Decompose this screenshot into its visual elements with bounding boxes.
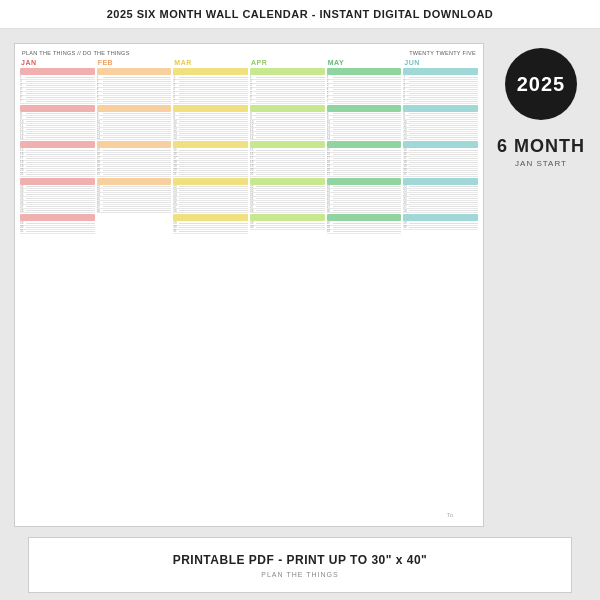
day-line bbox=[409, 101, 478, 102]
week-block: 891011121314 bbox=[20, 105, 95, 141]
day-row: 31 bbox=[173, 230, 248, 234]
day-line bbox=[103, 117, 172, 118]
day-line bbox=[256, 121, 325, 122]
day-line bbox=[179, 113, 248, 114]
day-line bbox=[409, 117, 478, 118]
day-row: 21 bbox=[250, 173, 325, 177]
week-header bbox=[327, 141, 402, 148]
day-line bbox=[256, 223, 325, 224]
year-badge: 2025 bbox=[505, 48, 577, 120]
day-line bbox=[26, 101, 95, 102]
day-line bbox=[103, 186, 172, 187]
day-line bbox=[333, 125, 402, 126]
week-block: 1234567 bbox=[20, 68, 95, 104]
day-line bbox=[256, 170, 325, 171]
month-count: 6 MONTH bbox=[497, 136, 585, 157]
month-label-may: MAY bbox=[327, 59, 402, 66]
day-line bbox=[256, 77, 325, 78]
day-line bbox=[179, 158, 248, 159]
day-line bbox=[26, 158, 95, 159]
week-header bbox=[97, 178, 172, 185]
day-line bbox=[256, 198, 325, 199]
day-line bbox=[256, 101, 325, 102]
week-header bbox=[20, 68, 95, 75]
week-header bbox=[20, 141, 95, 148]
day-line bbox=[103, 154, 172, 155]
day-line bbox=[103, 198, 172, 199]
day-row: 7 bbox=[403, 100, 478, 104]
week-block: 1234567 bbox=[173, 68, 248, 104]
day-line bbox=[333, 194, 402, 195]
day-line bbox=[333, 162, 402, 163]
week-block: 2930 bbox=[250, 214, 325, 230]
day-line bbox=[103, 81, 172, 82]
day-line bbox=[333, 150, 402, 151]
day-line bbox=[103, 190, 172, 191]
print-info: PRINTABLE PDF - PRINT UP TO 30" x 40" bbox=[173, 553, 428, 567]
day-line bbox=[103, 170, 172, 171]
day-line bbox=[179, 162, 248, 163]
day-line bbox=[26, 227, 95, 228]
day-row: 14 bbox=[403, 136, 478, 140]
week-header bbox=[20, 178, 95, 185]
day-line bbox=[103, 121, 172, 122]
week-header bbox=[97, 68, 172, 75]
day-row: 31 bbox=[327, 230, 402, 234]
week-header bbox=[173, 178, 248, 185]
week-block: 22232425262728 bbox=[327, 178, 402, 214]
day-row: 7 bbox=[97, 100, 172, 104]
day-line bbox=[26, 206, 95, 207]
day-line bbox=[333, 129, 402, 130]
day-line bbox=[179, 170, 248, 171]
day-line bbox=[409, 166, 478, 167]
day-line bbox=[256, 93, 325, 94]
week-header bbox=[403, 141, 478, 148]
week-block: 15161718192021 bbox=[173, 141, 248, 177]
day-row: 28 bbox=[20, 209, 95, 213]
cal-header-left: PLAN THE THINGS // DO THE THINGS bbox=[22, 50, 130, 56]
day-line bbox=[103, 129, 172, 130]
day-line bbox=[409, 170, 478, 171]
week-block: 293031 bbox=[20, 214, 95, 234]
week-block: 22232425262728 bbox=[250, 178, 325, 214]
week-header bbox=[173, 105, 248, 112]
day-line bbox=[409, 190, 478, 191]
day-line bbox=[333, 223, 402, 224]
day-row: 28 bbox=[250, 209, 325, 213]
day-line bbox=[409, 150, 478, 151]
day-line bbox=[409, 162, 478, 163]
week-block: 22232425262728 bbox=[97, 178, 172, 214]
page-title: 2025 SIX MONTH WALL CALENDAR - INSTANT D… bbox=[107, 8, 494, 20]
day-line bbox=[409, 121, 478, 122]
week-block: 891011121314 bbox=[250, 105, 325, 141]
week-header bbox=[327, 105, 402, 112]
week-block: 15161718192021 bbox=[327, 141, 402, 177]
day-line bbox=[409, 137, 478, 138]
day-line bbox=[333, 81, 402, 82]
day-row: 21 bbox=[173, 173, 248, 177]
day-line bbox=[333, 121, 402, 122]
day-line bbox=[333, 174, 402, 175]
month-col-mar: MAR1234567891011121314151617181920212223… bbox=[173, 59, 248, 235]
week-header bbox=[250, 178, 325, 185]
week-header bbox=[403, 68, 478, 75]
day-line bbox=[333, 77, 402, 78]
week-block: 293031 bbox=[327, 214, 402, 234]
week-block: 1234567 bbox=[403, 68, 478, 104]
week-header bbox=[403, 105, 478, 112]
week-block: 15161718192021 bbox=[250, 141, 325, 177]
day-line bbox=[256, 125, 325, 126]
week-block: 22232425262728 bbox=[403, 178, 478, 214]
day-line bbox=[103, 174, 172, 175]
day-row: 7 bbox=[250, 100, 325, 104]
week-header bbox=[173, 141, 248, 148]
day-line bbox=[333, 206, 402, 207]
day-row: 14 bbox=[173, 136, 248, 140]
week-block: 15161718192021 bbox=[403, 141, 478, 177]
day-line bbox=[179, 174, 248, 175]
day-line bbox=[179, 231, 248, 232]
day-line bbox=[256, 137, 325, 138]
week-header bbox=[97, 105, 172, 112]
day-line bbox=[179, 129, 248, 130]
day-line bbox=[179, 81, 248, 82]
